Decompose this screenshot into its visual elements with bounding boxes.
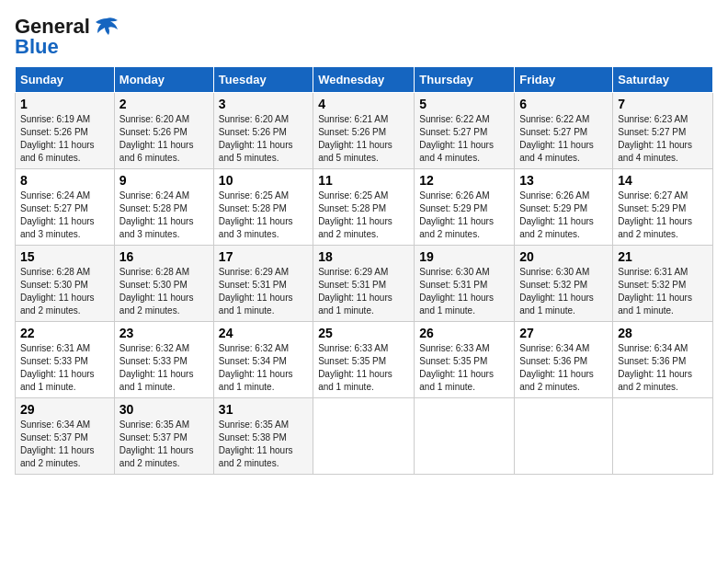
calendar-table: SundayMondayTuesdayWednesdayThursdayFrid…	[15, 66, 713, 475]
sunrise-label: Sunrise: 6:28 AM	[20, 267, 90, 277]
day-info: Sunrise: 6:34 AM Sunset: 5:36 PM Dayligh…	[618, 342, 708, 394]
day-info: Sunrise: 6:34 AM Sunset: 5:36 PM Dayligh…	[519, 342, 608, 394]
day-info: Sunrise: 6:32 AM Sunset: 5:33 PM Dayligh…	[119, 342, 209, 394]
daylight-label: Daylight: 11 hours and 1 minute.	[219, 293, 293, 316]
sunset-label: Sunset: 5:38 PM	[219, 432, 287, 442]
day-info: Sunrise: 6:33 AM Sunset: 5:35 PM Dayligh…	[318, 342, 409, 394]
daylight-label: Daylight: 11 hours and 2 minutes.	[519, 369, 594, 392]
day-info: Sunrise: 6:20 AM Sunset: 5:26 PM Dayligh…	[119, 113, 209, 165]
calendar-cell	[313, 398, 415, 475]
day-number: 18	[318, 249, 409, 264]
calendar-week-row: 29 Sunrise: 6:34 AM Sunset: 5:37 PM Dayl…	[16, 398, 713, 475]
day-number: 13	[519, 173, 608, 188]
daylight-label: Daylight: 11 hours and 2 minutes.	[419, 216, 494, 239]
sunset-label: Sunset: 5:29 PM	[618, 203, 686, 213]
sunset-label: Sunset: 5:32 PM	[519, 280, 587, 290]
calendar-cell: 10 Sunrise: 6:25 AM Sunset: 5:28 PM Dayl…	[213, 169, 313, 246]
sunset-label: Sunset: 5:28 PM	[119, 203, 188, 213]
sunset-label: Sunset: 5:32 PM	[618, 280, 686, 290]
sunrise-label: Sunrise: 6:33 AM	[419, 343, 489, 353]
day-number: 3	[219, 97, 308, 111]
daylight-label: Daylight: 11 hours and 2 minutes.	[318, 216, 392, 239]
calendar-cell: 13 Sunrise: 6:26 AM Sunset: 5:29 PM Dayl…	[515, 169, 613, 246]
sunrise-label: Sunrise: 6:34 AM	[618, 343, 688, 353]
sunrise-label: Sunrise: 6:35 AM	[119, 419, 189, 430]
day-number: 14	[618, 173, 708, 188]
daylight-label: Daylight: 11 hours and 1 minute.	[219, 369, 293, 392]
day-number: 4	[318, 97, 409, 111]
column-header-friday: Friday	[515, 67, 613, 93]
day-info: Sunrise: 6:35 AM Sunset: 5:37 PM Dayligh…	[119, 419, 209, 470]
sunrise-label: Sunrise: 6:25 AM	[219, 190, 289, 201]
calendar-cell: 11 Sunrise: 6:25 AM Sunset: 5:28 PM Dayl…	[313, 169, 415, 246]
sunset-label: Sunset: 5:26 PM	[219, 127, 287, 137]
logo-bird-icon	[94, 17, 119, 37]
sunset-label: Sunset: 5:35 PM	[419, 356, 487, 366]
daylight-label: Daylight: 11 hours and 2 minutes.	[519, 216, 594, 239]
calendar-cell: 8 Sunrise: 6:24 AM Sunset: 5:27 PM Dayli…	[16, 169, 115, 246]
day-number: 9	[119, 173, 209, 188]
sunrise-label: Sunrise: 6:22 AM	[519, 114, 589, 124]
sunset-label: Sunset: 5:26 PM	[318, 127, 386, 137]
calendar-cell: 26 Sunrise: 6:33 AM Sunset: 5:35 PM Dayl…	[415, 322, 515, 398]
sunset-label: Sunset: 5:31 PM	[318, 280, 386, 290]
day-number: 31	[219, 402, 308, 417]
sunrise-label: Sunrise: 6:21 AM	[318, 114, 388, 124]
daylight-label: Daylight: 11 hours and 6 minutes.	[20, 140, 95, 163]
sunset-label: Sunset: 5:28 PM	[219, 203, 287, 213]
column-header-tuesday: Tuesday	[213, 67, 313, 93]
column-header-saturday: Saturday	[613, 67, 713, 93]
daylight-label: Daylight: 11 hours and 1 minute.	[20, 369, 95, 392]
sunset-label: Sunset: 5:36 PM	[519, 356, 587, 366]
calendar-cell: 7 Sunrise: 6:23 AM Sunset: 5:27 PM Dayli…	[613, 93, 713, 169]
sunrise-label: Sunrise: 6:23 AM	[618, 114, 688, 124]
day-number: 29	[20, 402, 109, 417]
sunrise-label: Sunrise: 6:28 AM	[119, 267, 189, 277]
day-number: 28	[618, 326, 708, 340]
day-number: 5	[419, 97, 509, 111]
sunrise-label: Sunrise: 6:25 AM	[318, 190, 388, 201]
daylight-label: Daylight: 11 hours and 2 minutes.	[20, 293, 95, 316]
sunrise-label: Sunrise: 6:24 AM	[119, 190, 189, 201]
sunrise-label: Sunrise: 6:32 AM	[219, 343, 289, 353]
sunrise-label: Sunrise: 6:20 AM	[119, 114, 189, 124]
sunset-label: Sunset: 5:30 PM	[20, 280, 88, 290]
daylight-label: Daylight: 11 hours and 1 minute.	[318, 369, 392, 392]
calendar-cell: 12 Sunrise: 6:26 AM Sunset: 5:29 PM Dayl…	[415, 169, 515, 246]
daylight-label: Daylight: 11 hours and 1 minute.	[119, 369, 194, 392]
day-number: 23	[119, 326, 209, 340]
calendar-cell: 15 Sunrise: 6:28 AM Sunset: 5:30 PM Dayl…	[16, 246, 115, 322]
calendar-header-row: SundayMondayTuesdayWednesdayThursdayFrid…	[16, 67, 713, 93]
day-number: 15	[20, 249, 109, 264]
daylight-label: Daylight: 11 hours and 2 minutes.	[119, 293, 194, 316]
calendar-cell: 16 Sunrise: 6:28 AM Sunset: 5:30 PM Dayl…	[114, 246, 213, 322]
day-info: Sunrise: 6:34 AM Sunset: 5:37 PM Dayligh…	[20, 419, 109, 470]
calendar-cell: 14 Sunrise: 6:27 AM Sunset: 5:29 PM Dayl…	[613, 169, 713, 246]
sunrise-label: Sunrise: 6:31 AM	[618, 267, 688, 277]
calendar-cell: 27 Sunrise: 6:34 AM Sunset: 5:36 PM Dayl…	[515, 322, 613, 398]
sunrise-label: Sunrise: 6:26 AM	[419, 190, 489, 201]
sunrise-label: Sunrise: 6:29 AM	[219, 267, 289, 277]
daylight-label: Daylight: 11 hours and 2 minutes.	[20, 445, 95, 468]
logo-blue-text: Blue	[15, 35, 59, 59]
daylight-label: Daylight: 11 hours and 3 minutes.	[119, 216, 194, 239]
calendar-cell: 29 Sunrise: 6:34 AM Sunset: 5:37 PM Dayl…	[16, 398, 115, 475]
sunset-label: Sunset: 5:26 PM	[119, 127, 188, 137]
daylight-label: Daylight: 11 hours and 6 minutes.	[119, 140, 194, 163]
day-number: 6	[519, 97, 608, 111]
sunset-label: Sunset: 5:34 PM	[219, 356, 287, 366]
sunrise-label: Sunrise: 6:35 AM	[219, 419, 289, 430]
sunrise-label: Sunrise: 6:34 AM	[519, 343, 589, 353]
calendar-cell	[515, 398, 613, 475]
sunrise-label: Sunrise: 6:29 AM	[318, 267, 388, 277]
day-number: 1	[20, 97, 109, 111]
calendar-week-row: 15 Sunrise: 6:28 AM Sunset: 5:30 PM Dayl…	[16, 246, 713, 322]
calendar-cell: 1 Sunrise: 6:19 AM Sunset: 5:26 PM Dayli…	[16, 93, 115, 169]
daylight-label: Daylight: 11 hours and 1 minute.	[419, 293, 494, 316]
calendar-cell: 19 Sunrise: 6:30 AM Sunset: 5:31 PM Dayl…	[415, 246, 515, 322]
sunset-label: Sunset: 5:27 PM	[519, 127, 587, 137]
calendar-cell: 4 Sunrise: 6:21 AM Sunset: 5:26 PM Dayli…	[313, 93, 415, 169]
daylight-label: Daylight: 11 hours and 2 minutes.	[618, 369, 692, 392]
day-number: 2	[119, 97, 209, 111]
daylight-label: Daylight: 11 hours and 1 minute.	[519, 293, 594, 316]
